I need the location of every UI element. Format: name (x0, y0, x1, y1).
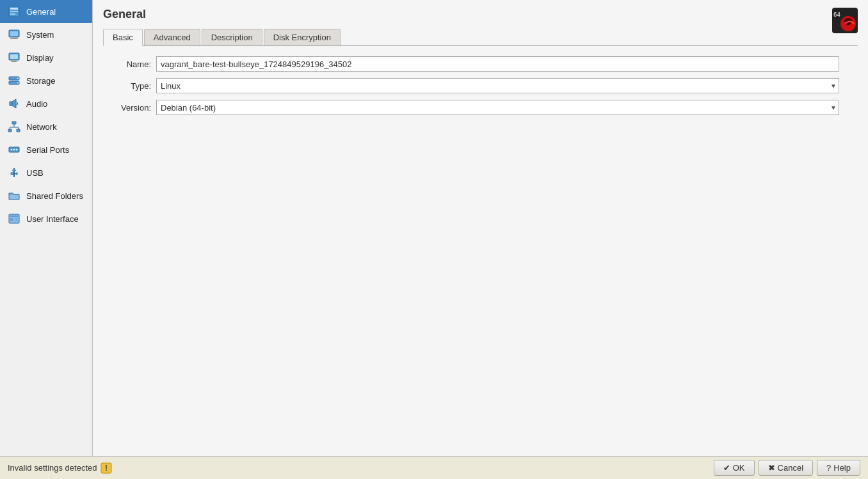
form-area: Name: Type: Linux Windows macOS BSD Othe… (103, 56, 839, 115)
cancel-button[interactable]: ✖ Cancel (759, 460, 813, 476)
sidebar-label-shared-folders: Shared Folders (26, 191, 83, 201)
sidebar-label-network: Network (26, 122, 57, 132)
svg-rect-39 (15, 220, 18, 221)
svg-marker-17 (12, 99, 16, 108)
sidebar-item-user-interface[interactable]: User Interface (0, 207, 92, 230)
svg-rect-36 (10, 216, 18, 217)
svg-point-14 (17, 78, 19, 79)
bottom-bar: Invalid settings detected ! ✔ OK ✖ Cance… (0, 456, 868, 479)
svg-rect-1 (10, 8, 18, 10)
sidebar-label-storage: Storage (26, 76, 56, 86)
svg-rect-9 (10, 54, 18, 59)
svg-rect-5 (10, 31, 18, 36)
page-title: General (103, 8, 858, 21)
type-select-wrapper: Linux Windows macOS BSD Other ▼ (156, 78, 839, 93)
type-row: Type: Linux Windows macOS BSD Other ▼ (103, 78, 839, 93)
version-select[interactable]: Debian (64-bit) Debian (32-bit) Ubuntu (… (156, 100, 839, 115)
svg-rect-18 (12, 122, 16, 124)
content-area: 64 General Basic Advanced Description Di… (93, 0, 868, 456)
version-row: Version: Debian (64-bit) Debian (32-bit)… (103, 100, 839, 115)
status-area: Invalid settings detected ! (8, 462, 112, 474)
storage-icon (7, 74, 21, 88)
sidebar-label-display: Display (26, 53, 54, 63)
tab-description[interactable]: Description (202, 29, 262, 45)
sidebar-label-serial-ports: Serial Ports (26, 145, 69, 155)
sidebar-item-serial-ports[interactable]: Serial Ports (0, 138, 92, 161)
svg-rect-16 (10, 102, 12, 106)
help-button[interactable]: ? Help (817, 460, 860, 476)
svg-point-26 (11, 149, 12, 150)
svg-text:64: 64 (833, 12, 840, 18)
system-icon (7, 27, 21, 42)
tab-disk-encryption[interactable]: Disk Encryption (264, 29, 341, 45)
ok-button[interactable]: ✔ OK (714, 460, 755, 476)
svg-point-15 (17, 82, 19, 84)
svg-rect-11 (11, 61, 17, 62)
display-icon (7, 51, 21, 65)
type-select[interactable]: Linux Windows macOS BSD Other (156, 78, 839, 93)
svg-text:!: ! (105, 464, 108, 473)
name-input[interactable] (156, 56, 839, 72)
sidebar-item-usb[interactable]: USB (0, 161, 92, 184)
cancel-x-icon: ✖ (768, 463, 775, 473)
svg-marker-30 (12, 168, 16, 171)
svg-rect-20 (17, 129, 20, 132)
sidebar-label-usb: USB (26, 168, 44, 178)
type-label: Type: (103, 81, 151, 91)
svg-rect-38 (15, 218, 18, 219)
shared-folders-icon (7, 189, 21, 203)
svg-point-33 (16, 173, 18, 175)
sidebar-item-network[interactable]: Network (0, 115, 92, 138)
svg-rect-7 (10, 38, 18, 39)
svg-point-27 (13, 149, 15, 150)
svg-rect-2 (10, 11, 18, 12)
svg-rect-10 (12, 60, 16, 61)
sidebar: General System (0, 0, 93, 456)
status-text: Invalid settings detected (8, 463, 97, 473)
sidebar-label-system: System (26, 30, 54, 40)
sidebar-item-display[interactable]: Display (0, 46, 92, 69)
sidebar-item-storage[interactable]: Storage (0, 69, 92, 92)
network-icon (7, 120, 21, 134)
sidebar-label-user-interface: User Interface (26, 214, 79, 224)
svg-rect-37 (10, 218, 13, 221)
version-select-wrapper: Debian (64-bit) Debian (32-bit) Ubuntu (… (156, 100, 839, 115)
sidebar-item-general[interactable]: General (0, 0, 92, 23)
version-label: Version: (103, 103, 151, 113)
svg-rect-3 (10, 13, 15, 15)
svg-rect-6 (12, 37, 17, 38)
svg-rect-19 (8, 129, 12, 132)
sidebar-item-system[interactable]: System (0, 23, 92, 46)
user-interface-icon (7, 212, 21, 226)
serial-ports-icon (7, 143, 21, 157)
sidebar-label-general: General (26, 7, 56, 17)
cancel-label: Cancel (778, 463, 803, 473)
warning-icon: ! (100, 462, 112, 474)
tabs-bar: Basic Advanced Description Disk Encrypti… (103, 29, 858, 46)
vbox-logo: 64 (832, 8, 858, 35)
help-label: Help (833, 463, 851, 473)
sidebar-item-audio[interactable]: Audio (0, 92, 92, 115)
ok-checkmark-icon: ✔ (723, 463, 730, 473)
general-icon (7, 4, 21, 19)
audio-icon (7, 97, 21, 111)
name-label: Name: (103, 59, 151, 69)
help-icon: ? (826, 463, 831, 473)
usb-icon (7, 166, 21, 180)
name-row: Name: (103, 56, 839, 72)
tab-advanced[interactable]: Advanced (144, 29, 200, 45)
sidebar-label-audio: Audio (26, 99, 47, 109)
buttons-area: ✔ OK ✖ Cancel ? Help (714, 460, 860, 476)
sidebar-item-shared-folders[interactable]: Shared Folders (0, 184, 92, 207)
ok-label: OK (733, 463, 745, 473)
tab-basic[interactable]: Basic (103, 29, 143, 46)
svg-rect-31 (11, 173, 13, 175)
svg-point-28 (16, 149, 17, 150)
